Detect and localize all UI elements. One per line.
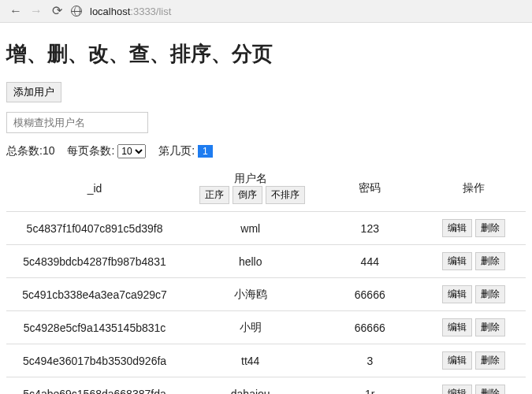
cell-pwd: 1r: [318, 377, 422, 395]
cell-pwd: 3: [318, 344, 422, 377]
cell-id: 5c491cb338e4a3ea7ca929c7: [6, 278, 183, 311]
edit-button[interactable]: 编辑: [442, 385, 472, 394]
cell-user: tt44: [183, 344, 318, 377]
col-id: _id: [6, 165, 183, 212]
sort-asc-button[interactable]: 正序: [199, 186, 229, 204]
delete-button[interactable]: 删除: [475, 385, 505, 394]
edit-button[interactable]: 编辑: [442, 351, 472, 370]
col-pwd: 密码: [318, 165, 422, 212]
sort-desc-button[interactable]: 倒序: [233, 186, 262, 204]
table-row: 5c4837f1f0407c891c5d39f8wml123编辑删除: [6, 212, 526, 245]
cell-user: hello: [183, 245, 318, 278]
cell-pwd: 123: [318, 212, 422, 245]
col-ops: 操作: [422, 165, 526, 212]
cell-user: dahaiou: [183, 377, 318, 395]
address-bar[interactable]: localhost:3333/list: [90, 6, 523, 17]
sort-none-button[interactable]: 不排序: [266, 186, 305, 204]
edit-button[interactable]: 编辑: [442, 252, 472, 270]
delete-button[interactable]: 删除: [475, 351, 505, 370]
globe-icon: [71, 6, 82, 17]
table-row: 5c4abe69c1568da668387fdadahaiou1r编辑删除: [6, 377, 526, 395]
delete-button[interactable]: 删除: [475, 318, 505, 336]
table-row: 5c4928e5cf9a1435145b831c小明66666编辑删除: [6, 311, 526, 344]
total-count: 总条数:10: [6, 144, 54, 158]
search-input[interactable]: [6, 112, 148, 133]
cell-pwd: 66666: [318, 311, 422, 344]
cell-user: 小明: [183, 311, 318, 344]
back-icon[interactable]: ←: [9, 5, 22, 17]
delete-button[interactable]: 删除: [475, 219, 505, 237]
table-row: 5c494e36017b4b3530d926fatt443编辑删除: [6, 344, 526, 377]
page-badge[interactable]: 1: [198, 145, 213, 158]
add-user-button[interactable]: 添加用户: [6, 82, 61, 102]
edit-button[interactable]: 编辑: [442, 285, 472, 303]
cell-pwd: 444: [318, 245, 422, 278]
table-row: 5c491cb338e4a3ea7ca929c7小海鸥66666编辑删除: [6, 278, 526, 311]
delete-button[interactable]: 删除: [475, 252, 505, 270]
delete-button[interactable]: 删除: [475, 285, 505, 303]
edit-button[interactable]: 编辑: [442, 318, 472, 336]
reload-icon[interactable]: ⟳: [50, 5, 63, 17]
col-user: 用户名 正序 倒序 不排序: [183, 165, 318, 212]
pager-controls: 总条数:10 每页条数: 10 第几页: 1: [6, 144, 526, 158]
page-number: 第几页: 1: [158, 144, 212, 158]
cell-pwd: 66666: [318, 278, 422, 311]
cell-user: 小海鸥: [183, 278, 318, 311]
cell-id: 5c4abe69c1568da668387fda: [6, 377, 183, 395]
page-title: 增、删、改、查、排序、分页: [6, 40, 526, 68]
forward-icon[interactable]: →: [30, 5, 43, 17]
table-row: 5c4839bdcb4287fb987b4831hello444编辑删除: [6, 245, 526, 278]
edit-button[interactable]: 编辑: [442, 219, 472, 237]
user-table: _id 用户名 正序 倒序 不排序 密码 操作 5c4837f1f0407c89…: [6, 165, 526, 394]
per-page-select[interactable]: 10: [117, 144, 146, 158]
cell-id: 5c4839bdcb4287fb987b4831: [6, 245, 183, 278]
cell-id: 5c4928e5cf9a1435145b831c: [6, 311, 183, 344]
cell-id: 5c4837f1f0407c891c5d39f8: [6, 212, 183, 245]
per-page: 每页条数: 10: [67, 144, 146, 158]
browser-toolbar: ← → ⟳ localhost:3333/list: [0, 0, 532, 23]
cell-user: wml: [183, 212, 318, 245]
cell-id: 5c494e36017b4b3530d926fa: [6, 344, 183, 377]
